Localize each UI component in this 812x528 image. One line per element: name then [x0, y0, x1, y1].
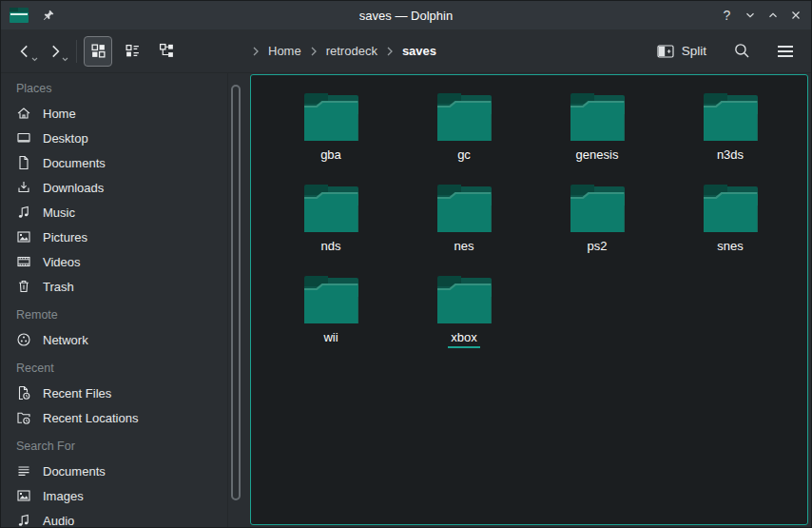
window-title: saves — Dolphin: [1, 9, 811, 23]
split-button[interactable]: Split: [655, 40, 708, 63]
folder-label: nds: [319, 239, 344, 255]
back-button[interactable]: [10, 36, 39, 67]
folder-label: genesis: [573, 147, 622, 164]
folder-item-xbox[interactable]: xbox: [397, 274, 531, 365]
sidebar-item-label: Trash: [43, 280, 74, 294]
folder-icon: [570, 185, 625, 232]
sidebar-item-label: Desktop: [43, 131, 88, 146]
folder-item-n3ds[interactable]: n3ds: [664, 91, 797, 183]
sidebar-item-trash[interactable]: Trash: [1, 274, 227, 299]
tree-view-button[interactable]: [152, 36, 181, 67]
folder-item-snes[interactable]: snes: [664, 183, 797, 274]
sidebar-item-downloads[interactable]: Downloads: [1, 175, 227, 200]
folder-view[interactable]: gbagcgenesisn3dsndsnesps2sneswiixbox: [250, 74, 808, 525]
pin-icon[interactable]: [41, 9, 55, 23]
folder-label: n3ds: [714, 147, 746, 164]
desktop-icon: [16, 130, 31, 146]
section-header-recent: Recent: [1, 356, 227, 381]
document-icon: [16, 155, 31, 170]
breadcrumb-item-saves[interactable]: saves: [399, 44, 439, 58]
sidebar-item-images[interactable]: Images: [1, 483, 227, 508]
breadcrumb-item-home[interactable]: Home: [265, 44, 304, 58]
section-header-remote: Remote: [1, 303, 227, 327]
folder-item-nes[interactable]: nes: [397, 183, 531, 274]
network-icon: [16, 332, 31, 347]
folder-icon: [437, 185, 492, 232]
folder-label: xbox: [448, 330, 479, 348]
sidebar-item-audio[interactable]: Audio: [1, 508, 227, 527]
folder-icon: [704, 185, 758, 232]
toolbar-right-group: Split: [655, 36, 802, 67]
sidebar-section-search-for: Search ForDocumentsImagesAudio: [1, 434, 227, 527]
sidebar-item-label: Videos: [43, 255, 81, 269]
folder-icon: [437, 93, 492, 141]
folder-grid: gbagcgenesisn3dsndsnesps2sneswiixbox: [251, 75, 807, 365]
download-icon: [16, 180, 31, 195]
folder-item-nds[interactable]: nds: [264, 183, 397, 274]
folder-label: gba: [318, 147, 344, 164]
folder-item-ps2[interactable]: ps2: [531, 183, 664, 274]
sidebar-item-label: Pictures: [43, 230, 87, 244]
folder-icon: [304, 276, 358, 323]
folder-icon: [437, 276, 492, 323]
sidebar-section-recent: RecentRecent FilesRecent Locations: [1, 356, 227, 430]
breadcrumb-chevron-icon: [309, 46, 319, 57]
breadcrumb-chevron-icon: [251, 46, 261, 57]
sidebar-item-label: Downloads: [43, 181, 104, 195]
folder-item-genesis[interactable]: genesis: [531, 91, 664, 183]
recent-file-icon: [16, 385, 31, 401]
folder-item-gc[interactable]: gc: [397, 91, 531, 183]
folder-label: wii: [320, 330, 340, 346]
sidebar-section-remote: RemoteNetwork: [1, 303, 227, 352]
sidebar-item-documents[interactable]: Documents: [1, 459, 227, 483]
folder-label: nes: [452, 239, 477, 255]
sidebar-item-label: Audio: [43, 514, 74, 528]
text-lines-icon: [16, 463, 31, 479]
image-icon: [16, 229, 31, 244]
folder-label: snes: [714, 239, 745, 255]
minimize-button[interactable]: [743, 8, 757, 23]
folder-icon: [304, 93, 358, 141]
sidebar-item-label: Network: [43, 333, 88, 347]
home-icon: [16, 106, 31, 121]
scrollbar-thumb[interactable]: [231, 85, 241, 500]
music-icon: [16, 513, 31, 527]
sidebar-item-recent-files[interactable]: Recent Files: [1, 381, 227, 405]
folder-icon: [570, 93, 625, 141]
help-button[interactable]: ?: [720, 8, 734, 23]
recent-folder-icon: [16, 410, 31, 425]
forward-button[interactable]: [41, 36, 69, 67]
trash-icon: [16, 279, 31, 294]
sidebar-scrollbar[interactable]: [230, 73, 242, 527]
dolphin-app-icon[interactable]: [10, 8, 29, 23]
sidebar-section-places: PlacesHomeDesktopDocumentsDownloadsMusic…: [1, 76, 227, 299]
search-button[interactable]: [727, 36, 756, 67]
breadcrumb-item-retrodeck[interactable]: retrodeck: [323, 44, 380, 58]
close-button[interactable]: [788, 8, 802, 23]
maximize-button[interactable]: [765, 8, 780, 23]
folder-item-gba[interactable]: gba: [264, 91, 397, 183]
folder-icon: [704, 93, 758, 141]
hamburger-menu-button[interactable]: [771, 36, 800, 67]
details-view-button[interactable]: [118, 36, 146, 67]
breadcrumb: Homeretrodecksaves: [251, 29, 439, 72]
sidebar-item-documents[interactable]: Documents: [1, 150, 227, 175]
sidebar-item-network[interactable]: Network: [1, 327, 227, 352]
sidebar-item-home[interactable]: Home: [1, 101, 227, 126]
panel-divider[interactable]: [227, 73, 228, 527]
icons-view-button[interactable]: [84, 36, 112, 67]
music-icon: [16, 205, 31, 220]
sidebar-item-label: Recent Locations: [43, 411, 138, 425]
folder-label: gc: [454, 147, 474, 164]
sidebar-item-desktop[interactable]: Desktop: [1, 126, 227, 150]
sidebar-item-music[interactable]: Music: [1, 200, 227, 225]
sidebar-item-videos[interactable]: Videos: [1, 249, 227, 274]
folder-label: ps2: [585, 239, 610, 255]
toolbar: Homeretrodecksaves Split: [1, 29, 811, 73]
sidebar-item-pictures[interactable]: Pictures: [1, 225, 227, 249]
forward-dropdown-icon: [62, 57, 68, 62]
folder-item-wii[interactable]: wii: [264, 274, 397, 365]
folder-stripe-shape: [10, 13, 28, 15]
sidebar-item-recent-locations[interactable]: Recent Locations: [1, 405, 227, 430]
sidebar-item-label: Documents: [43, 464, 106, 479]
